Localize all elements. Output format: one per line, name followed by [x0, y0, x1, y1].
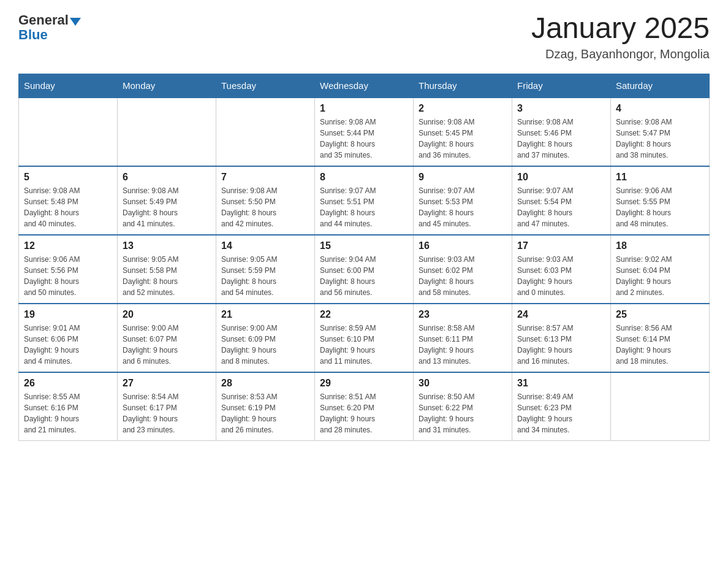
calendar-day-cell: 20Sunrise: 9:00 AMSunset: 6:07 PMDayligh… [118, 304, 216, 372]
day-info: Sunrise: 9:07 AMSunset: 5:51 PMDaylight:… [320, 185, 408, 229]
day-number: 20 [123, 309, 211, 320]
subtitle: Dzag, Bayanhongor, Mongolia [531, 47, 710, 61]
day-info: Sunrise: 9:03 AMSunset: 6:03 PMDaylight:… [517, 254, 605, 298]
day-number: 30 [419, 378, 507, 389]
calendar-day-cell: 14Sunrise: 9:05 AMSunset: 5:59 PMDayligh… [216, 235, 315, 304]
day-number: 2 [419, 103, 507, 114]
day-info: Sunrise: 9:03 AMSunset: 6:02 PMDaylight:… [419, 254, 507, 298]
weekday-header-sunday: Sunday [19, 74, 118, 98]
day-number: 13 [123, 240, 211, 251]
day-info: Sunrise: 9:04 AMSunset: 6:00 PMDaylight:… [320, 254, 408, 298]
day-number: 3 [517, 103, 605, 114]
logo: General Blue [18, 12, 81, 43]
day-info: Sunrise: 8:53 AMSunset: 6:19 PMDaylight:… [221, 391, 309, 435]
weekday-header-row: SundayMondayTuesdayWednesdayThursdayFrid… [19, 74, 710, 98]
day-info: Sunrise: 8:57 AMSunset: 6:13 PMDaylight:… [517, 323, 605, 367]
day-info: Sunrise: 9:08 AMSunset: 5:44 PMDaylight:… [320, 117, 408, 161]
calendar-day-cell: 29Sunrise: 8:51 AMSunset: 6:20 PMDayligh… [315, 372, 414, 441]
calendar-day-cell: 30Sunrise: 8:50 AMSunset: 6:22 PMDayligh… [414, 372, 512, 441]
calendar-week-row: 1Sunrise: 9:08 AMSunset: 5:44 PMDaylight… [19, 98, 710, 166]
calendar-day-cell: 8Sunrise: 9:07 AMSunset: 5:51 PMDaylight… [315, 166, 414, 235]
calendar-day-cell: 17Sunrise: 9:03 AMSunset: 6:03 PMDayligh… [512, 235, 611, 304]
calendar-day-cell: 16Sunrise: 9:03 AMSunset: 6:02 PMDayligh… [414, 235, 512, 304]
calendar-day-cell: 26Sunrise: 8:55 AMSunset: 6:16 PMDayligh… [19, 372, 118, 441]
calendar-day-cell: 6Sunrise: 9:08 AMSunset: 5:49 PMDaylight… [118, 166, 216, 235]
day-info: Sunrise: 8:54 AMSunset: 6:17 PMDaylight:… [123, 391, 211, 435]
day-number: 21 [221, 309, 309, 320]
calendar-day-cell [611, 372, 710, 441]
calendar-day-cell: 2Sunrise: 9:08 AMSunset: 5:45 PMDaylight… [414, 98, 512, 166]
weekday-header-monday: Monday [118, 74, 216, 98]
day-info: Sunrise: 9:08 AMSunset: 5:47 PMDaylight:… [616, 117, 704, 161]
day-number: 7 [221, 172, 309, 183]
day-info: Sunrise: 9:00 AMSunset: 6:09 PMDaylight:… [221, 323, 309, 367]
day-number: 10 [517, 172, 605, 183]
day-number: 12 [24, 240, 112, 251]
calendar-week-row: 19Sunrise: 9:01 AMSunset: 6:06 PMDayligh… [19, 304, 710, 372]
weekday-header-saturday: Saturday [611, 74, 710, 98]
logo-blue: Blue [18, 27, 81, 43]
calendar-day-cell: 25Sunrise: 8:56 AMSunset: 6:14 PMDayligh… [611, 304, 710, 372]
day-info: Sunrise: 9:08 AMSunset: 5:49 PMDaylight:… [123, 185, 211, 229]
weekday-header-tuesday: Tuesday [216, 74, 315, 98]
day-number: 15 [320, 240, 408, 251]
calendar-day-cell: 5Sunrise: 9:08 AMSunset: 5:48 PMDaylight… [19, 166, 118, 235]
calendar-week-row: 5Sunrise: 9:08 AMSunset: 5:48 PMDaylight… [19, 166, 710, 235]
day-number: 16 [419, 240, 507, 251]
calendar-day-cell: 3Sunrise: 9:08 AMSunset: 5:46 PMDaylight… [512, 98, 611, 166]
calendar-day-cell: 22Sunrise: 8:59 AMSunset: 6:10 PMDayligh… [315, 304, 414, 372]
day-info: Sunrise: 9:05 AMSunset: 5:58 PMDaylight:… [123, 254, 211, 298]
day-number: 29 [320, 378, 408, 389]
day-number: 8 [320, 172, 408, 183]
calendar-day-cell: 24Sunrise: 8:57 AMSunset: 6:13 PMDayligh… [512, 304, 611, 372]
calendar-day-cell: 18Sunrise: 9:02 AMSunset: 6:04 PMDayligh… [611, 235, 710, 304]
day-info: Sunrise: 9:00 AMSunset: 6:07 PMDaylight:… [123, 323, 211, 367]
calendar-day-cell: 15Sunrise: 9:04 AMSunset: 6:00 PMDayligh… [315, 235, 414, 304]
day-number: 14 [221, 240, 309, 251]
day-info: Sunrise: 8:56 AMSunset: 6:14 PMDaylight:… [616, 323, 704, 367]
day-info: Sunrise: 9:08 AMSunset: 5:50 PMDaylight:… [221, 185, 309, 229]
calendar-day-cell: 4Sunrise: 9:08 AMSunset: 5:47 PMDaylight… [611, 98, 710, 166]
calendar-day-cell: 31Sunrise: 8:49 AMSunset: 6:23 PMDayligh… [512, 372, 611, 441]
day-info: Sunrise: 8:50 AMSunset: 6:22 PMDaylight:… [419, 391, 507, 435]
day-info: Sunrise: 9:08 AMSunset: 5:45 PMDaylight:… [419, 117, 507, 161]
calendar-day-cell [19, 98, 118, 166]
title-section: January 2025 Dzag, Bayanhongor, Mongolia [531, 12, 710, 61]
page-header: General Blue January 2025 Dzag, Bayanhon… [18, 12, 710, 61]
day-number: 19 [24, 309, 112, 320]
logo-general: General [18, 12, 69, 28]
day-info: Sunrise: 8:55 AMSunset: 6:16 PMDaylight:… [24, 391, 112, 435]
calendar-day-cell: 23Sunrise: 8:58 AMSunset: 6:11 PMDayligh… [414, 304, 512, 372]
calendar-day-cell: 1Sunrise: 9:08 AMSunset: 5:44 PMDaylight… [315, 98, 414, 166]
calendar-day-cell [118, 98, 216, 166]
day-info: Sunrise: 8:58 AMSunset: 6:11 PMDaylight:… [419, 323, 507, 367]
day-info: Sunrise: 9:06 AMSunset: 5:55 PMDaylight:… [616, 185, 704, 229]
calendar-week-row: 26Sunrise: 8:55 AMSunset: 6:16 PMDayligh… [19, 372, 710, 441]
calendar-day-cell: 21Sunrise: 9:00 AMSunset: 6:09 PMDayligh… [216, 304, 315, 372]
day-info: Sunrise: 9:08 AMSunset: 5:48 PMDaylight:… [24, 185, 112, 229]
day-number: 4 [616, 103, 704, 114]
day-info: Sunrise: 9:02 AMSunset: 6:04 PMDaylight:… [616, 254, 704, 298]
day-info: Sunrise: 9:08 AMSunset: 5:46 PMDaylight:… [517, 117, 605, 161]
calendar-day-cell: 9Sunrise: 9:07 AMSunset: 5:53 PMDaylight… [414, 166, 512, 235]
calendar-day-cell: 10Sunrise: 9:07 AMSunset: 5:54 PMDayligh… [512, 166, 611, 235]
weekday-header-friday: Friday [512, 74, 611, 98]
day-info: Sunrise: 9:01 AMSunset: 6:06 PMDaylight:… [24, 323, 112, 367]
calendar-table: SundayMondayTuesdayWednesdayThursdayFrid… [18, 74, 710, 441]
day-number: 31 [517, 378, 605, 389]
day-number: 28 [221, 378, 309, 389]
day-number: 6 [123, 172, 211, 183]
day-info: Sunrise: 8:51 AMSunset: 6:20 PMDaylight:… [320, 391, 408, 435]
day-number: 27 [123, 378, 211, 389]
calendar-day-cell [216, 98, 315, 166]
day-number: 1 [320, 103, 408, 114]
day-number: 9 [419, 172, 507, 183]
calendar-day-cell: 27Sunrise: 8:54 AMSunset: 6:17 PMDayligh… [118, 372, 216, 441]
calendar-day-cell: 11Sunrise: 9:06 AMSunset: 5:55 PMDayligh… [611, 166, 710, 235]
day-info: Sunrise: 9:06 AMSunset: 5:56 PMDaylight:… [24, 254, 112, 298]
day-number: 25 [616, 309, 704, 320]
day-number: 11 [616, 172, 704, 183]
calendar-day-cell: 7Sunrise: 9:08 AMSunset: 5:50 PMDaylight… [216, 166, 315, 235]
logo-triangle-icon [70, 18, 81, 26]
day-number: 23 [419, 309, 507, 320]
